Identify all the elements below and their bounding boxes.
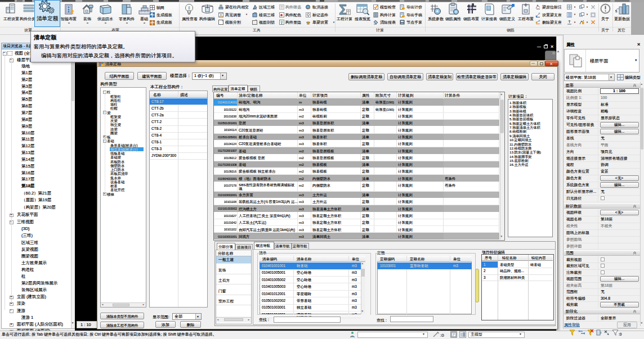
svg-text::0: :0: [619, 332, 622, 336]
svg-text:s: s: [615, 9, 618, 13]
svg-text::0: :0: [440, 333, 444, 338]
